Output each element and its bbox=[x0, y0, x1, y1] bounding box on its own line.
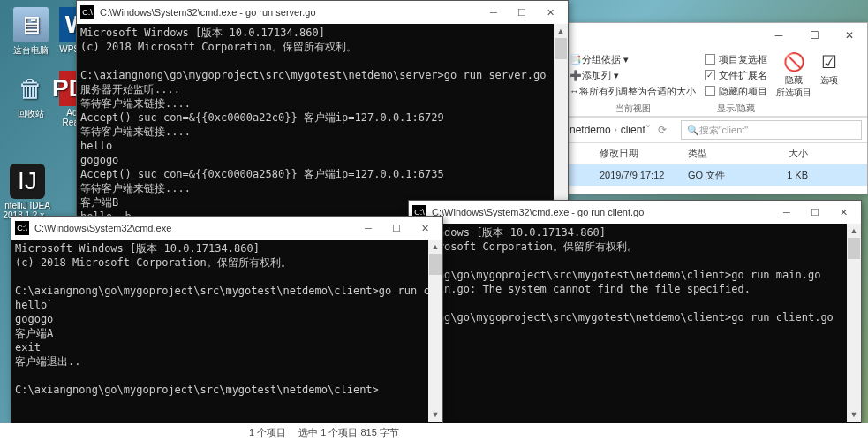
desktop-icon-trash[interactable]: 🗑回收站 bbox=[9, 71, 53, 120]
cmd-titlebar[interactable]: C:\ C:\Windows\System32\cmd.exe - go run… bbox=[77, 1, 568, 24]
close-button[interactable]: ✕ bbox=[536, 2, 564, 23]
search-input[interactable]: 🔍 搜索"client" bbox=[681, 120, 862, 140]
cmd-icon: C:\ bbox=[15, 221, 29, 235]
ribbon-hide[interactable]: 🚫隐藏 所选项目 bbox=[776, 51, 811, 112]
minimize-button[interactable]: ─ bbox=[479, 2, 508, 23]
ribbon-chk3[interactable]: 隐藏的项目 bbox=[705, 83, 767, 99]
scrollbar[interactable]: ▲▼ bbox=[428, 240, 442, 422]
cmd-window-client1[interactable]: C:\ C:\Windows\System32\cmd.exe ─ ☐ ✕ Mi… bbox=[11, 216, 443, 423]
cmd-window-server[interactable]: C:\ C:\Windows\System32\cmd.exe - go run… bbox=[76, 0, 569, 215]
ribbon-options[interactable]: ☑选项 bbox=[820, 51, 838, 112]
refresh-icon[interactable]: ⟳ bbox=[658, 124, 667, 136]
scrollbar[interactable]: ▲▼ bbox=[847, 224, 861, 422]
explorer-columns[interactable]: 修改日期 类型 大小 bbox=[564, 143, 867, 164]
minimize-button[interactable]: ─ bbox=[773, 202, 801, 223]
explorer-window[interactable]: ─ ☐ ✕ 📑 分组依据 ▾ ➕ 添加列 ▾ ↔ 将所有列调整为合适的大小 当前… bbox=[563, 22, 868, 194]
cmd-titlebar[interactable]: C:\ C:\Windows\System32\cmd.exe - go run… bbox=[409, 201, 861, 224]
cmd-window-client2[interactable]: C:\ C:\Windows\System32\cmd.exe - go run… bbox=[408, 200, 862, 423]
cmd-output[interactable]: t Windows [版本 10.0.17134.860] Microsoft … bbox=[409, 224, 861, 423]
cmd-output[interactable]: Microsoft Windows [版本 10.0.17134.860] (c… bbox=[11, 240, 442, 423]
statusbar: 1 个项目 选中 1 个项目 815 字节 bbox=[0, 423, 868, 442]
maximize-button[interactable]: ☐ bbox=[382, 217, 411, 239]
desktop-icon-pc[interactable]: 🖥这台电脑 bbox=[9, 7, 53, 57]
cmd-title-text: C:\Windows\System32\cmd.exe bbox=[34, 223, 171, 233]
minimize-button[interactable]: ─ bbox=[354, 217, 382, 239]
cmd-titlebar[interactable]: C:\ C:\Windows\System32\cmd.exe ─ ☐ ✕ bbox=[11, 217, 442, 240]
chevron-right-icon: › bbox=[615, 126, 617, 134]
ribbon-group-by[interactable]: 📑 分组依据 ▾ bbox=[570, 51, 696, 67]
cmd-title-text: C:\Windows\System32\cmd.exe - go run cli… bbox=[432, 207, 644, 217]
close-button[interactable]: ✕ bbox=[829, 202, 857, 223]
explorer-titlebar[interactable]: ─ ☐ ✕ bbox=[564, 23, 867, 48]
maximize-button[interactable]: ☐ bbox=[508, 2, 536, 23]
explorer-address[interactable]: netdemo › client ˅ ⟳ 🔍 搜索"client" bbox=[564, 117, 867, 143]
cmd-output[interactable]: Microsoft Windows [版本 10.0.17134.860] (c… bbox=[77, 24, 568, 216]
cmd-title-text: C:\Windows\System32\cmd.exe - go run ser… bbox=[100, 7, 316, 18]
ribbon-chk2[interactable]: ✓文件扩展名 bbox=[705, 67, 767, 83]
cmd-icon: C:\ bbox=[80, 5, 94, 19]
scrollbar[interactable]: ▲▼ bbox=[554, 24, 568, 214]
ribbon-add-col[interactable]: ➕ 添加列 ▾ bbox=[570, 67, 696, 83]
maximize-button[interactable]: ☐ bbox=[801, 202, 829, 223]
close-button[interactable]: ✕ bbox=[832, 24, 867, 47]
dropdown-icon[interactable]: ˅ bbox=[645, 124, 651, 136]
ribbon-chk1[interactable]: 项目复选框 bbox=[705, 51, 767, 67]
maximize-button[interactable]: ☐ bbox=[796, 24, 832, 47]
desktop-icon-idea[interactable]: IJntelliJ IDEA 2018.1.2 x... bbox=[2, 164, 53, 220]
explorer-ribbon: 📑 分组依据 ▾ ➕ 添加列 ▾ ↔ 将所有列调整为合适的大小 当前视图 项目复… bbox=[564, 48, 867, 117]
minimize-button[interactable]: ─ bbox=[761, 24, 796, 47]
close-button[interactable]: ✕ bbox=[411, 217, 439, 239]
ribbon-fit-cols[interactable]: ↔ 将所有列调整为合适的大小 bbox=[570, 83, 696, 99]
file-row[interactable]: 2019/7/9 17:12 GO 文件 1 KB bbox=[564, 164, 867, 186]
